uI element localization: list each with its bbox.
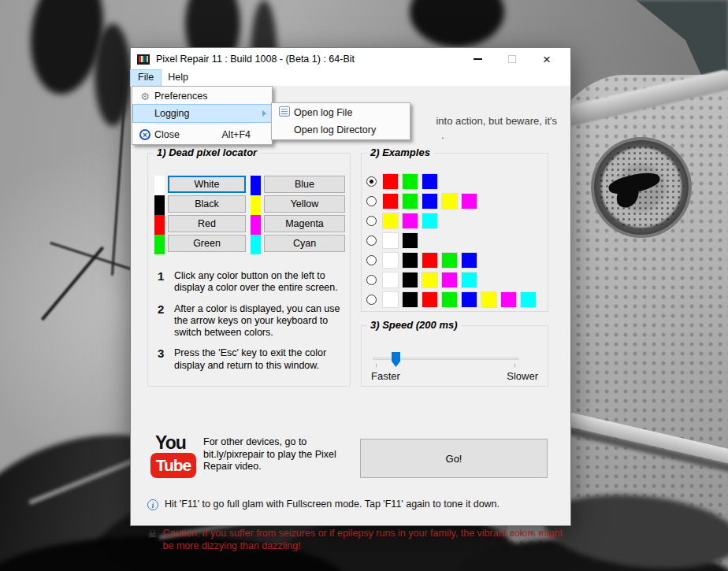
color-swatch: [422, 253, 437, 268]
color-swatch: [442, 253, 457, 268]
color-swatch: [383, 273, 398, 287]
step-number: 1: [158, 270, 171, 295]
menu-shortcut: Alt+F4: [222, 129, 251, 140]
color-swatch: [383, 174, 398, 189]
color-swatch: [383, 213, 398, 228]
color-strip-segment: [154, 235, 165, 254]
black-button[interactable]: Black: [168, 195, 246, 213]
group-title: 3) Speed (200 ms): [367, 319, 461, 331]
group-examples: 2) Examples: [361, 153, 548, 312]
color-swatch: [403, 213, 418, 228]
step-text: After a color is displayed, you can use …: [174, 303, 344, 339]
color-swatch: [403, 194, 418, 209]
color-swatch: [462, 273, 477, 287]
step-text: Click any color button on the left to di…: [174, 270, 344, 295]
step-2: 2 After a color is displayed, you can us…: [158, 303, 344, 339]
color-swatch: [422, 213, 437, 228]
slider-thumb[interactable]: [392, 352, 400, 367]
maximize-icon: [508, 55, 516, 63]
caution-note-text: Caution: If you suffer from seizures or …: [163, 528, 563, 552]
magenta-button[interactable]: Magenta: [264, 215, 345, 232]
radio-button[interactable]: [366, 295, 377, 305]
color-swatch: [422, 273, 437, 287]
color-strip-left: [154, 176, 165, 254]
color-column-right: Blue Yellow Magenta Cyan: [251, 176, 345, 254]
example-row: [366, 250, 540, 270]
covered-header-text: .: [441, 129, 444, 141]
color-swatch: [403, 292, 418, 307]
slider-tick: [376, 364, 377, 367]
caution-note: ☠ Caution: If you suffer from seizures o…: [147, 528, 563, 552]
color-swatch: [521, 292, 536, 307]
file-menu-dropdown: ⚙ Preferences Logging × Close Alt+F4: [132, 86, 273, 145]
minimize-icon: [474, 58, 482, 60]
group-dead-pixel-locator: 1) Dead pixel locator White Black Red Gr…: [147, 153, 351, 387]
covered-header-text: into action, but beware, it's: [436, 115, 557, 127]
example-row: [366, 231, 540, 250]
step-3: 3 Press the 'Esc' key to exit the color …: [158, 347, 344, 372]
youtube-logo-tube: Tube: [150, 453, 196, 478]
radio-button[interactable]: [366, 196, 377, 206]
go-button[interactable]: Go!: [360, 439, 548, 478]
group-speed: 3) Speed (200 ms) Faster Slower: [361, 325, 548, 387]
blue-button[interactable]: Blue: [264, 176, 345, 193]
radio-button[interactable]: [366, 235, 377, 246]
speed-slider[interactable]: [373, 352, 518, 368]
radio-button[interactable]: [366, 255, 377, 265]
green-button[interactable]: Green: [168, 235, 246, 252]
skull-icon: ☠: [147, 528, 158, 541]
youtube-logo: You Tube: [150, 435, 199, 478]
menu-help[interactable]: Help: [161, 70, 195, 86]
group-title: 2) Examples: [367, 146, 433, 158]
color-strip-segment: [251, 195, 261, 215]
color-strip-segment: [154, 176, 165, 195]
step-text: Press the 'Esc' key to exit the color di…: [174, 347, 344, 372]
menu-item-close[interactable]: × Close Alt+F4: [133, 126, 271, 143]
minimize-button[interactable]: [460, 49, 495, 69]
example-row: [366, 270, 540, 290]
menu-item-open-log-directory[interactable]: Open log Directory: [273, 121, 409, 139]
step-number: 3: [158, 347, 171, 372]
app-window: Pixel Repair 11 : Build 1008 - (Beta 1) …: [130, 47, 571, 526]
color-swatch: [403, 174, 418, 189]
menu-item-label: Open log Directory: [294, 124, 376, 135]
radio-button[interactable]: [366, 275, 377, 285]
color-strip-segment: [251, 215, 261, 235]
radio-button[interactable]: [366, 216, 377, 226]
color-strip-segment: [251, 235, 261, 254]
instruction-steps: 1 Click any color button on the left to …: [158, 270, 344, 380]
chameleon-eye: [594, 140, 689, 235]
color-strip-segment: [251, 176, 261, 195]
info-icon: i: [147, 499, 158, 510]
close-icon: ×: [543, 53, 551, 66]
color-buttons-left: White Black Red Green: [168, 176, 246, 254]
logging-submenu: Open log File Open log Directory: [271, 102, 410, 140]
color-strip-segment: [154, 195, 165, 215]
color-swatch: [422, 194, 437, 209]
menu-file[interactable]: File: [131, 70, 161, 86]
radio-button[interactable]: [366, 176, 377, 187]
faster-label: Faster: [371, 370, 400, 382]
color-swatch: [403, 253, 418, 268]
red-button[interactable]: Red: [168, 215, 246, 232]
step-1: 1 Click any color button on the left to …: [158, 270, 344, 295]
color-buttons-right: Blue Yellow Magenta Cyan: [264, 176, 345, 254]
menu-separator: [155, 124, 249, 124]
close-circle-icon: ×: [136, 129, 154, 140]
gear-icon: ⚙: [136, 91, 154, 102]
yellow-button[interactable]: Yellow: [264, 195, 345, 213]
client-area: into action, but beware, it's . 1) Dead …: [131, 86, 570, 525]
cyan-button[interactable]: Cyan: [264, 235, 345, 252]
close-button[interactable]: ×: [529, 49, 564, 69]
example-row: [366, 191, 540, 211]
menu-item-label: Preferences: [154, 91, 207, 102]
color-swatch: [422, 292, 437, 307]
menu-item-logging[interactable]: Logging: [133, 105, 271, 122]
app-icon: [137, 54, 150, 65]
maximize-button[interactable]: [495, 49, 529, 69]
menu-item-open-log-file[interactable]: Open log File: [273, 104, 409, 121]
color-swatch: [442, 292, 457, 307]
menu-item-preferences[interactable]: ⚙ Preferences: [133, 87, 271, 105]
white-button[interactable]: White: [168, 176, 246, 193]
slider-tick: [514, 364, 515, 367]
